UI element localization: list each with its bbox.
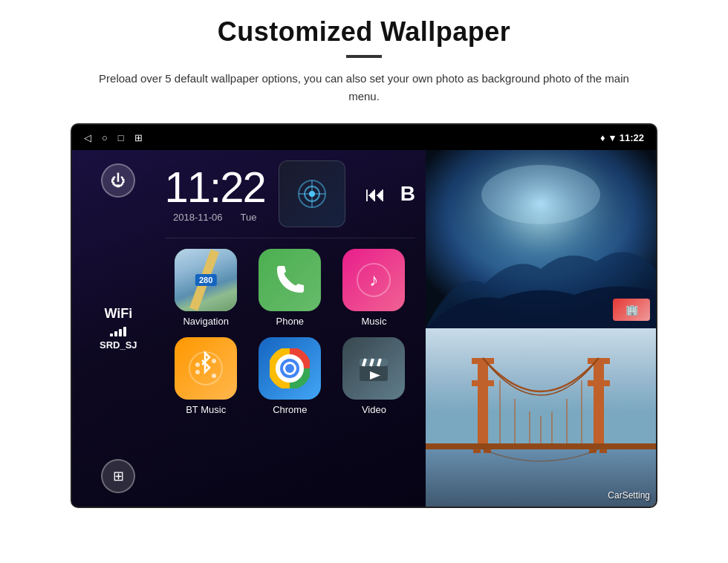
btmusic-label: BT Music (186, 404, 226, 415)
clock-day-value: Tue (240, 212, 256, 223)
svg-text:♪: ♪ (369, 270, 378, 290)
status-nav-icons: ◁ ○ □ ⊞ (84, 132, 143, 143)
wifi-icon: WiFi (104, 306, 132, 322)
music-icon: ♪ (342, 249, 405, 311)
media-controls: ⏮ B (365, 182, 415, 206)
clock-area: 11:22 2018-11-06 Tue (165, 160, 415, 238)
app-item-music[interactable]: ♪ Music (337, 249, 411, 327)
btmusic-icon (175, 337, 237, 400)
svg-rect-27 (478, 358, 488, 447)
radio-antenna-svg (293, 175, 331, 212)
radio-icon-box[interactable] (279, 160, 345, 227)
wallpaper-top: 🏢 (426, 150, 656, 328)
apps-grid-icon: ⊞ (113, 468, 124, 484)
svg-point-24 (481, 165, 600, 224)
media-next-icon[interactable]: B (400, 182, 415, 206)
nav-recent-icon[interactable]: □ (118, 132, 124, 143)
app-item-chrome[interactable]: Chrome (253, 337, 327, 415)
phone-icon (259, 249, 321, 311)
svg-point-9 (212, 374, 216, 378)
power-button[interactable]: ⏻ (101, 163, 135, 198)
svg-point-10 (195, 362, 200, 367)
app-item-btmusic[interactable]: BT Music (169, 337, 243, 415)
apps-button[interactable]: ⊞ (101, 459, 135, 493)
clock-datetime: 11:22 2018-11-06 Tue (165, 166, 265, 223)
bridge-scene-bg (426, 328, 656, 507)
page-title: Customized Wallpaper (218, 16, 511, 48)
svg-rect-34 (588, 380, 610, 386)
music-svg: ♪ (355, 261, 392, 299)
screen-content: ⏻ WiFi SRD_SJ ⊞ (72, 150, 656, 507)
page-wrapper: Customized Wallpaper Preload over 5 defa… (0, 0, 728, 508)
video-svg (354, 348, 394, 388)
status-bar: ◁ ○ □ ⊞ ♦ ▾ 11:22 (72, 125, 656, 150)
chrome-svg (270, 348, 310, 388)
clock-date-value: 2018-11-06 (173, 212, 223, 223)
svg-point-8 (212, 359, 216, 363)
navigation-label: Navigation (183, 316, 228, 327)
btmusic-svg (187, 350, 224, 387)
app-item-navigation[interactable]: 280 Navigation (169, 249, 243, 327)
wifi-bar-4 (123, 327, 126, 336)
status-time: 11:22 (620, 132, 644, 143)
clock-time: 11:22 (165, 166, 265, 209)
wifi-signal-bars (110, 326, 126, 336)
mini-building-icon: 🏢 (613, 299, 650, 321)
svg-point-15 (285, 364, 294, 373)
media-prev-icon[interactable]: ⏮ (365, 182, 386, 206)
status-right-icons: ♦ ▾ 11:22 (600, 132, 644, 143)
device-frame: ◁ ○ □ ⊞ ♦ ▾ 11:22 ⏻ WiFi (71, 123, 657, 508)
nav-back-icon[interactable]: ◁ (84, 132, 91, 143)
wifi-bar-1 (110, 333, 113, 336)
video-icon (342, 337, 405, 400)
video-label: Video (362, 404, 386, 415)
music-label: Music (361, 316, 386, 327)
svg-rect-29 (472, 380, 494, 386)
nav-home-icon[interactable]: ○ (102, 132, 108, 143)
clock-date: 2018-11-06 Tue (173, 212, 256, 223)
wifi-bar-2 (114, 331, 117, 336)
wifi-section: WiFi SRD_SJ (100, 306, 137, 351)
svg-point-11 (195, 370, 200, 374)
center-content: 11:22 2018-11-06 Tue (165, 150, 426, 507)
wifi-bar-3 (119, 329, 122, 336)
power-icon: ⏻ (111, 172, 126, 189)
wifi-status-icon: ▾ (610, 132, 615, 143)
wallpaper-bottom: CarSetting (426, 328, 656, 507)
page-subtitle: Preload over 5 default wallpaper options… (97, 70, 631, 105)
app-item-video[interactable]: Video (337, 337, 411, 415)
app-item-phone[interactable]: Phone (253, 249, 327, 327)
wallpaper-panel: 🏢 (426, 150, 656, 507)
chrome-label: Chrome (273, 404, 307, 415)
svg-rect-32 (594, 358, 604, 447)
title-divider (346, 55, 382, 58)
carsetting-label: CarSetting (608, 490, 650, 501)
phone-svg (273, 263, 307, 297)
svg-rect-37 (426, 443, 656, 449)
app-grid: 280 Navigation Phone (165, 249, 415, 415)
wifi-network-name: SRD_SJ (100, 339, 137, 351)
chrome-icon (259, 337, 321, 400)
nav-screenshot-icon[interactable]: ⊞ (134, 132, 143, 143)
phone-label: Phone (276, 316, 305, 327)
navigation-icon: 280 (175, 249, 237, 311)
bridge-svg (426, 328, 656, 507)
sidebar: ⏻ WiFi SRD_SJ ⊞ (72, 150, 165, 507)
location-icon: ♦ (600, 132, 605, 143)
